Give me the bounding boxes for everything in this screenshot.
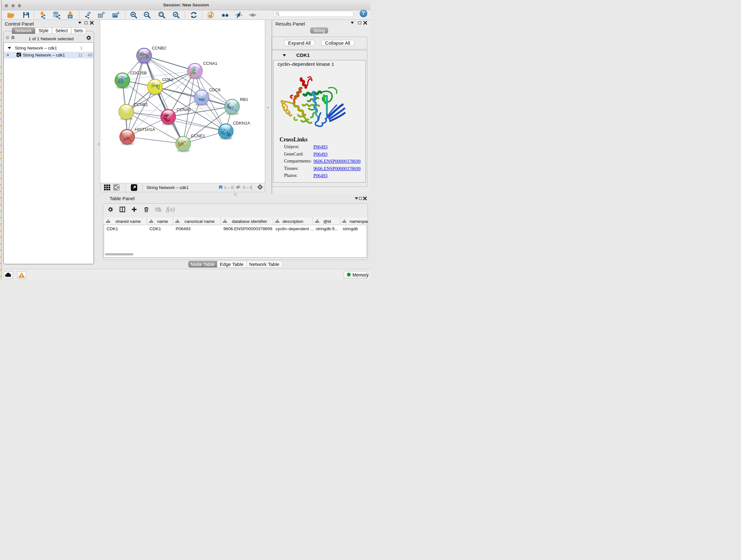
svg-text:CCNB1: CCNB1 [134, 102, 148, 107]
svg-text:CDKN1A: CDKN1A [233, 121, 250, 125]
svg-text:HIST1H1A: HIST1H1A [135, 127, 155, 132]
svg-text:CDC6: CDC6 [209, 87, 220, 92]
svg-text:CCNB2: CCNB2 [152, 46, 166, 51]
svg-text:CDK1: CDK1 [162, 77, 173, 82]
svg-text:CCNE1: CCNE1 [191, 133, 205, 138]
svg-text:CCNA1: CCNA1 [203, 61, 218, 66]
svg-text:RB1: RB1 [240, 97, 248, 102]
svg-text:CDC25B: CDC25B [130, 71, 147, 75]
svg-text:CCNA2: CCNA2 [177, 107, 191, 112]
